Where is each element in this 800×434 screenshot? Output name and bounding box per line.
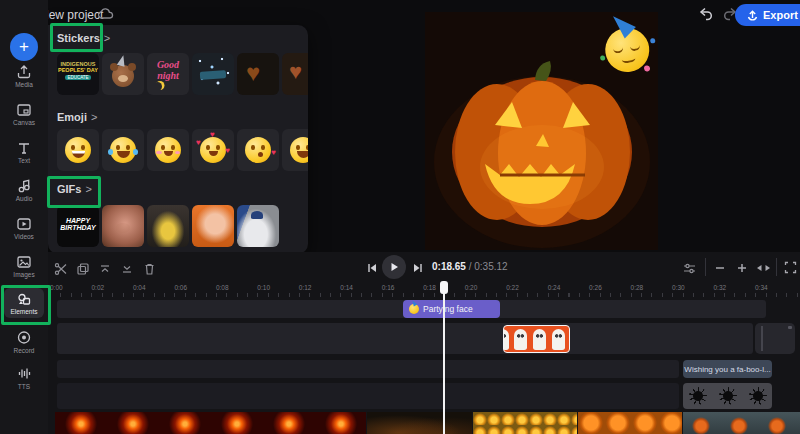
zoom-in-icon[interactable]	[736, 262, 748, 274]
timeline-settings-icon[interactable]	[682, 262, 697, 275]
zoom-to-fit-icon[interactable]	[756, 262, 771, 274]
sidebar-item-label: Text	[18, 157, 30, 164]
sidebar-item-label: Media	[15, 81, 33, 88]
sidebar-item-images[interactable]: Images	[0, 248, 48, 284]
track-2-right-clip[interactable]	[755, 323, 795, 354]
move-forward-icon[interactable]	[98, 262, 112, 276]
emoji-grinning-face[interactable]	[57, 129, 99, 171]
gif-happy-birthday[interactable]: HAPPY BIRTHDAY	[57, 205, 99, 247]
partying-face-sticker[interactable]	[593, 14, 661, 82]
annotation-box-elements	[1, 285, 51, 325]
spider-splat-clip[interactable]	[683, 383, 772, 409]
emoji-smiling-face-with-rosy-cheeks[interactable]	[147, 129, 189, 171]
splat-shape	[719, 387, 737, 405]
sticker-text: night	[147, 70, 189, 81]
sticker-leopard-heart[interactable]: ♥	[237, 53, 279, 95]
video-segment-orange-pumpkins	[578, 412, 682, 434]
play-icon	[389, 262, 399, 272]
emoji-smiling-face-with-hearts[interactable]: ♥ ♥ ♥	[192, 129, 234, 171]
video-preview[interactable]	[425, 12, 658, 250]
emoji-face-blowing-a-kiss[interactable]: ♥	[237, 129, 279, 171]
skip-to-start-icon[interactable]	[366, 262, 378, 274]
sidebar-item-media[interactable]: Media	[0, 58, 48, 94]
sticker-indigenous-peoples-day[interactable]: INDIGENOUS PEOPLES' DAY EDUCATE	[57, 53, 99, 95]
sidebar-item-audio[interactable]: Audio	[0, 172, 48, 208]
emoji-face-with-tears-of-joy[interactable]	[102, 129, 144, 171]
emoji-label: Emoji	[57, 111, 87, 123]
playhead-line[interactable]	[443, 281, 445, 434]
chevron-right-icon: >	[91, 111, 97, 123]
ghost-shape	[514, 329, 527, 350]
sidebar-item-text[interactable]: Text	[0, 134, 48, 170]
video-segment-teal-pumpkins	[683, 412, 800, 434]
sidebar-item-canvas[interactable]: Canvas	[0, 96, 48, 132]
split-scissors-icon[interactable]	[54, 262, 68, 276]
text-clip-label: Wishing you a fa-boo-l...	[684, 365, 770, 374]
gif-dodgers-fan[interactable]	[237, 205, 279, 247]
heart-glyph: ♥	[246, 59, 260, 87]
gif-dancing-chicken[interactable]	[192, 205, 234, 247]
splat-shape	[749, 387, 767, 405]
export-button[interactable]: Export	[735, 4, 800, 26]
sticker-text: PEOPLES' DAY	[57, 67, 99, 73]
sidebar-item-record[interactable]: Record	[0, 324, 48, 360]
zoom-out-icon[interactable]	[714, 262, 726, 274]
sticker-partial[interactable]: ♥	[282, 53, 308, 95]
sidebar-item-label: TTS	[18, 383, 30, 390]
annotation-box-stickers	[50, 23, 103, 52]
gif-text: BIRTHDAY	[57, 224, 99, 231]
clip-label: Partying face	[423, 304, 473, 314]
project-title[interactable]: New project	[40, 8, 103, 22]
playhead-handle[interactable]	[440, 281, 448, 294]
ghost-shape	[533, 329, 546, 350]
sidebar-item-label: Videos	[14, 233, 34, 240]
current-time: 0:18.65	[432, 261, 466, 272]
gif-crowd-girl[interactable]	[147, 205, 189, 247]
sticker-text: Good	[147, 59, 189, 70]
splat-shape	[689, 387, 707, 405]
sticker-good-night[interactable]: Good night	[147, 53, 189, 95]
divider	[705, 258, 706, 276]
video-segment-red-pumpkins	[55, 412, 366, 434]
emoji-section-header[interactable]: Emoji >	[57, 111, 97, 123]
annotation-box-gifs	[47, 176, 101, 208]
gif-pig[interactable]	[102, 205, 144, 247]
sidebar-item-label: Canvas	[13, 119, 35, 126]
tool-sidebar: + Media Canvas Text A	[0, 0, 48, 434]
skip-to-end-icon[interactable]	[412, 262, 424, 274]
gif-text: HAPPY	[57, 217, 99, 224]
canvas-icon	[16, 103, 32, 117]
move-backward-icon[interactable]	[120, 262, 134, 276]
music-note-icon	[16, 178, 32, 193]
emoji-partial[interactable]	[282, 129, 308, 171]
sticker-fireworks[interactable]	[192, 53, 234, 95]
partying-face-clip[interactable]: Partying face	[403, 300, 500, 318]
ghost-shape	[552, 329, 565, 350]
waveform-icon	[16, 366, 32, 381]
total-time: 0:35.12	[474, 261, 507, 272]
add-button[interactable]: +	[10, 33, 38, 61]
sticker-text: EDUCATE	[65, 75, 91, 80]
chevron-right-icon: >	[104, 32, 110, 44]
fullscreen-icon[interactable]	[784, 261, 797, 274]
party-face-mini-icon	[409, 304, 419, 314]
upload-icon	[16, 64, 32, 79]
export-up-icon	[747, 10, 758, 21]
delete-icon[interactable]	[143, 262, 156, 276]
track-2	[57, 323, 753, 354]
video-segment-golden-pumpkins	[473, 412, 577, 434]
ghost-shape	[503, 329, 509, 350]
undo-icon[interactable]	[698, 7, 714, 21]
video-track[interactable]	[55, 412, 800, 434]
elements-panel: Stickers > INDIGENOUS PEOPLES' DAY EDUCA…	[48, 25, 308, 254]
ruler-subticks	[50, 293, 798, 297]
play-button[interactable]	[382, 255, 406, 279]
sidebar-item-label: Audio	[16, 195, 33, 202]
text-icon	[16, 141, 32, 155]
sidebar-item-tts[interactable]: TTS	[0, 360, 48, 396]
duplicate-icon[interactable]	[76, 262, 90, 276]
text-clip[interactable]: Wishing you a fa-boo-l...	[683, 360, 772, 378]
ghosts-clip-selected[interactable]	[503, 325, 570, 353]
sidebar-item-videos[interactable]: Videos	[0, 210, 48, 246]
sticker-party-bear[interactable]	[102, 53, 144, 95]
